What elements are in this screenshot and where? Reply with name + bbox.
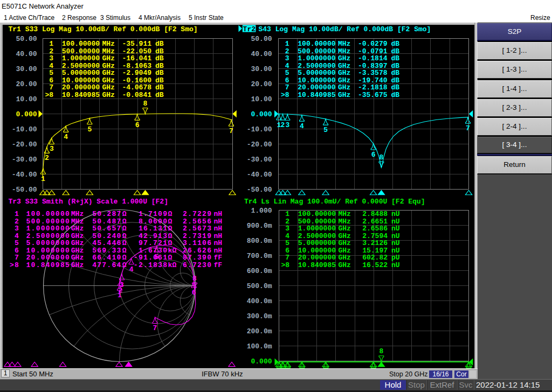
svg-text:6: 6 [192,289,196,297]
svg-text:10.840985: 10.840985 [298,261,336,269]
svg-text:-20.00: -20.00 [12,141,37,149]
svg-text:-40.00: -40.00 [12,171,37,179]
svg-text:477.64: 477.64 [92,261,121,269]
svg-text:600.0m: 600.0m [247,267,272,275]
svg-text:10.840985: 10.840985 [298,91,335,99]
svg-text:3: 3 [285,121,289,129]
svg-text:200.0m: 200.0m [247,327,272,335]
svg-text:Ω: Ω [122,261,127,269]
svg-text:-35.675: -35.675 [358,91,388,99]
svg-text:50.00: 50.00 [251,35,272,43]
svg-text:40.00: 40.00 [251,50,272,58]
svg-text:-2.1838: -2.1838 [134,261,168,269]
svg-text:900.0m: 900.0m [247,222,272,230]
svg-text:5: 5 [323,126,328,134]
svg-text:Tr1 S33 Log Mag 10.00dB/ Ref 0: Tr1 S33 Log Mag 10.00dB/ Ref 0.000dB [F2… [9,25,198,33]
svg-text:>8: >8 [10,261,19,269]
svg-text:GHz: GHz [102,91,115,99]
svg-text:0.000: 0.000 [251,358,272,366]
svg-text:8: 8 [379,347,383,355]
svg-text:>8: >8 [281,261,289,269]
svg-text:Tr2: Tr2 [243,25,256,33]
svg-text:-10.00: -10.00 [12,125,37,134]
svg-text:8: 8 [192,275,197,283]
svg-text:GHz: GHz [338,91,350,99]
svg-text:800.0m: 800.0m [247,237,272,245]
svg-text:10.840985: 10.840985 [26,261,70,269]
svg-text:50.00: 50.00 [16,35,37,43]
svg-text:S43 Log Mag 10.00dB/ Ref 0.000: S43 Log Mag 10.00dB/ Ref 0.000dB [F2 Smo… [259,25,431,33]
svg-text:100.0m: 100.0m [247,342,272,351]
svg-text:4: 4 [300,122,304,130]
svg-text:6.7230: 6.7230 [183,261,212,269]
svg-text:6: 6 [371,151,376,159]
svg-text:0.000: 0.000 [251,110,272,118]
svg-text:30.00: 30.00 [16,65,37,73]
svg-text:-30.00: -30.00 [12,156,37,164]
svg-text:kΩ: kΩ [168,261,177,269]
svg-text:8: 8 [143,100,147,108]
svg-text:40.00: 40.00 [16,50,37,58]
svg-text:4: 4 [64,133,68,141]
svg-text:1.000: 1.000 [251,207,272,215]
svg-text:2: 2 [45,154,49,162]
svg-text:fF: fF [213,261,222,269]
svg-text:>8: >8 [281,91,289,99]
svg-text:3: 3 [120,281,124,289]
svg-text:-40.00: -40.00 [247,171,272,179]
svg-text:>8: >8 [45,91,53,99]
svg-text:10.00: 10.00 [251,95,272,103]
svg-text:dB: dB [155,91,164,99]
svg-text:10.840985: 10.840985 [62,91,100,99]
svg-text:1: 1 [41,175,45,183]
svg-text:300.0m: 300.0m [247,312,272,320]
svg-text:7: 7 [153,324,157,332]
svg-text:10.00: 10.00 [16,95,37,103]
svg-text:-10.00: -10.00 [247,125,272,134]
svg-text:7: 7 [466,124,470,132]
svg-text:-30.00: -30.00 [247,156,272,164]
svg-text:-0.0841: -0.0841 [122,91,151,99]
svg-text:16.522: 16.522 [362,261,388,269]
svg-text:5: 5 [87,125,92,134]
svg-text:dB: dB [391,91,400,99]
svg-text:400.0m: 400.0m [247,297,272,305]
svg-text:nU: nU [391,261,400,269]
svg-text:700.0m: 700.0m [247,252,272,260]
svg-text:-50.00: -50.00 [12,186,37,194]
svg-text:Tr4 Ls Lin Mag 100.0mU/ Ref 0.: Tr4 Ls Lin Mag 100.0mU/ Ref 0.000U [F2 E… [244,198,425,206]
svg-text:4: 4 [129,265,134,274]
svg-text:Tr3 S33 Smith (R+jX) Scale 1.0: Tr3 S33 Smith (R+jX) Scale 1.000U [F2] [9,198,168,206]
svg-text:GHz: GHz [71,261,84,269]
svg-text:2: 2 [281,121,285,129]
svg-text:-20.00: -20.00 [247,141,272,149]
svg-text:0.000: 0.000 [16,110,37,118]
svg-text:30.00: 30.00 [251,65,272,73]
svg-text:20.00: 20.00 [251,80,272,88]
svg-text:-50.00: -50.00 [247,186,272,194]
svg-text:GHz: GHz [339,261,351,269]
svg-text:6: 6 [135,121,140,129]
svg-text:500.0m: 500.0m [247,282,272,290]
svg-text:8: 8 [379,153,383,162]
svg-text:3: 3 [50,145,54,153]
svg-text:7: 7 [229,127,233,135]
svg-text:20.00: 20.00 [16,80,37,88]
